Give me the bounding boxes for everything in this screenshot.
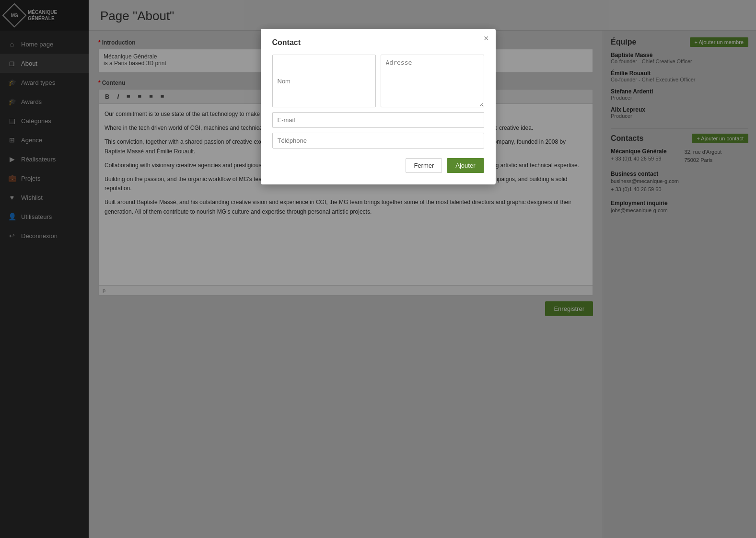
modal-close-button[interactable]: × [484, 34, 489, 44]
cancel-button[interactable]: Fermer [406, 158, 442, 173]
modal-form: Fermer Ajouter [272, 55, 484, 173]
submit-button[interactable]: Ajouter [447, 158, 484, 173]
modal-actions: Fermer Ajouter [272, 158, 484, 173]
modal-row-3 [272, 133, 484, 149]
telephone-input[interactable] [272, 133, 484, 149]
email-input[interactable] [272, 112, 484, 128]
nom-input[interactable] [272, 55, 376, 107]
modal-row-2 [272, 112, 484, 128]
modal-row-1 [272, 55, 484, 107]
modal-title: Contact [272, 38, 484, 47]
modal-overlay[interactable]: Contact × Fermer Ajouter [0, 0, 756, 538]
contact-modal: Contact × Fermer Ajouter [261, 29, 496, 184]
adresse-textarea[interactable] [381, 55, 484, 107]
